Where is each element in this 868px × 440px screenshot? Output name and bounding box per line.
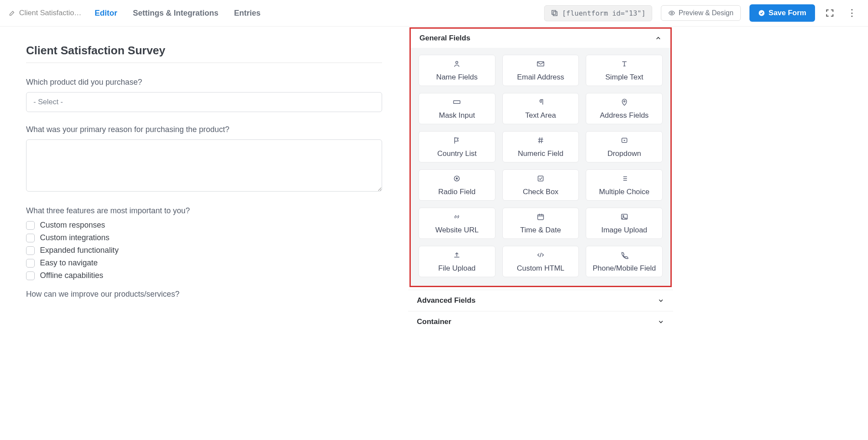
general-fields-section: General Fields Name FieldsEmail AddressS…: [409, 27, 672, 287]
field-card-label: Time & Date: [520, 226, 561, 235]
general-fields-grid: Name FieldsEmail AddressSimple TextMask …: [411, 48, 670, 286]
field-card-custom-html[interactable]: Custom HTML: [502, 246, 579, 277]
q3-options: Custom responsesCustom integrationsExpan…: [26, 221, 382, 280]
q3-option-label: Expanded functionality: [40, 246, 119, 255]
q3-option-label: Offline capabilities: [40, 271, 103, 280]
checkbox-icon[interactable]: [26, 246, 35, 255]
svg-rect-11: [538, 176, 543, 181]
top-toolbar: Client Satisfactio… Editor Settings & In…: [0, 0, 868, 26]
q3-option-label: Custom responses: [40, 221, 105, 230]
field-card-check-box[interactable]: Check Box: [502, 169, 579, 201]
svg-point-10: [456, 178, 458, 179]
shortcode-text: [fluentform id="13"]: [562, 9, 646, 17]
field-card-mask-input[interactable]: Mask Input: [419, 93, 495, 124]
field-card-label: Dropdown: [607, 149, 641, 158]
field-card-label: Website URL: [435, 226, 479, 235]
checkbox-icon[interactable]: [26, 221, 35, 230]
copy-icon: [551, 9, 558, 17]
edit-icon: [9, 10, 16, 17]
checkbox-icon[interactable]: [26, 234, 35, 242]
para-icon: [536, 98, 545, 109]
field-card-label: Multiple Choice: [599, 188, 650, 196]
more-menu[interactable]: ⋮: [845, 7, 859, 19]
calendar-icon: [536, 212, 545, 223]
keyboard-icon: [452, 98, 461, 109]
form-title: Client Satisfaction Survey: [26, 44, 382, 63]
field-card-time-date[interactable]: Time & Date: [502, 208, 579, 239]
q3-option[interactable]: Custom integrations: [26, 233, 382, 242]
form-name[interactable]: Client Satisfactio…: [9, 9, 83, 17]
shortcode-box[interactable]: [fluentform id="13"]: [544, 5, 652, 21]
save-button[interactable]: Save Form: [749, 4, 815, 22]
q1-select[interactable]: - Select -: [26, 92, 382, 112]
field-card-label: Text Area: [525, 111, 556, 120]
save-label: Save Form: [769, 9, 806, 17]
tab-settings[interactable]: Settings & Integrations: [133, 9, 218, 18]
q3-option[interactable]: Expanded functionality: [26, 246, 382, 255]
field-card-file-upload[interactable]: File Upload: [419, 246, 495, 277]
field-card-label: File Upload: [438, 264, 475, 273]
q1-label: Which product did you purchase?: [26, 78, 382, 87]
dropdown-icon: [620, 136, 629, 147]
field-card-text-area[interactable]: Text Area: [502, 93, 579, 124]
checkbox-icon[interactable]: [26, 271, 35, 280]
preview-button[interactable]: Preview & Design: [661, 5, 741, 21]
field-card-label: Numeric Field: [518, 149, 564, 158]
field-card-label: Email Address: [517, 73, 564, 82]
field-card-label: Image Upload: [601, 226, 647, 235]
general-fields-header[interactable]: General Fields: [411, 29, 670, 48]
advanced-fields-title: Advanced Fields: [417, 296, 475, 305]
field-card-label: Radio Field: [438, 188, 475, 196]
fullscreen-button[interactable]: [824, 7, 836, 19]
field-card-website-url[interactable]: Website URL: [419, 208, 495, 239]
radio-icon: [452, 174, 461, 185]
hash-icon: [536, 136, 545, 147]
q3-option[interactable]: Custom responses: [26, 221, 382, 230]
field-card-address-fields[interactable]: Address Fields: [586, 93, 663, 124]
field-card-image-upload[interactable]: Image Upload: [586, 208, 663, 239]
chevron-down-icon: [657, 318, 664, 325]
phone-icon: [620, 251, 629, 261]
field-card-label: Address Fields: [600, 111, 648, 120]
chevron-up-icon: [655, 35, 662, 42]
svg-point-4: [456, 61, 458, 63]
q4-label: How can we improve our products/services…: [26, 290, 382, 299]
svg-rect-0: [552, 10, 556, 14]
checkbox-icon[interactable]: [26, 259, 35, 268]
field-card-label: Name Fields: [436, 73, 478, 82]
field-card-email-address[interactable]: Email Address: [502, 55, 579, 86]
upload-icon: [452, 251, 461, 261]
form-name-text: Client Satisfactio…: [19, 9, 82, 17]
q2-textarea[interactable]: [26, 139, 382, 192]
image-icon: [620, 212, 629, 223]
field-card-country-list[interactable]: Country List: [419, 131, 495, 162]
q3-option-label: Custom integrations: [40, 233, 109, 242]
field-card-numeric-field[interactable]: Numeric Field: [502, 131, 579, 162]
field-card-radio-field[interactable]: Radio Field: [419, 169, 495, 201]
chevron-down-icon: [657, 297, 664, 304]
preview-label: Preview & Design: [679, 9, 733, 17]
field-card-label: Check Box: [523, 188, 558, 196]
container-header[interactable]: Container: [408, 311, 673, 332]
field-card-label: Mask Input: [439, 111, 475, 120]
user-icon: [452, 60, 461, 70]
field-card-name-fields[interactable]: Name Fields: [419, 55, 495, 86]
advanced-fields-header[interactable]: Advanced Fields: [408, 290, 673, 311]
general-fields-title: General Fields: [419, 34, 470, 43]
field-card-simple-text[interactable]: Simple Text: [586, 55, 663, 86]
expand-icon: [825, 8, 835, 18]
q3-option[interactable]: Offline capabilities: [26, 271, 382, 280]
q2-label: What was your primary reason for purchas…: [26, 125, 382, 134]
tab-editor[interactable]: Editor: [95, 9, 117, 18]
code-icon: [536, 251, 545, 261]
field-card-dropdown[interactable]: Dropdown: [586, 131, 663, 162]
field-card-phone-mobile-field[interactable]: Phone/Mobile Field: [586, 246, 663, 277]
flag-icon: [452, 136, 461, 147]
mail-icon: [536, 60, 545, 70]
main-tabs: Editor Settings & Integrations Entries: [95, 9, 261, 18]
eye-icon: [668, 10, 675, 17]
tab-entries[interactable]: Entries: [234, 9, 261, 18]
q3-option[interactable]: Easy to navigate: [26, 258, 382, 268]
field-card-multiple-choice[interactable]: Multiple Choice: [586, 169, 663, 201]
svg-point-2: [671, 12, 673, 14]
